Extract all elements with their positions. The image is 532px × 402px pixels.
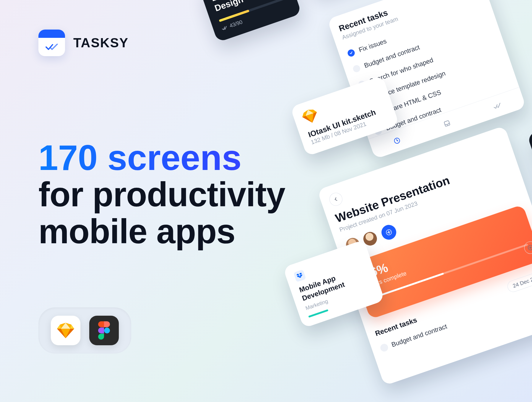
plus-circle-icon: [385, 228, 392, 236]
add-member-button[interactable]: [379, 223, 398, 242]
double-check-icon[interactable]: [493, 103, 502, 110]
dropbox-icon: [293, 269, 306, 282]
svg-point-0: [104, 328, 110, 333]
brand-logo-icon: [38, 30, 65, 56]
sketch-file-icon: [301, 107, 320, 127]
plus-circle-icon: [527, 244, 532, 251]
back-button[interactable]: [328, 191, 344, 208]
home-icon[interactable]: [392, 136, 402, 145]
envanto-progress-text: 43/90: [229, 19, 243, 29]
mockup-collage: Envanto App Design 43/90 Facebook Campai…: [101, 0, 532, 402]
double-check-icon: [46, 44, 58, 50]
promo-frame: TASKSY 170 screens for productivity mobi…: [0, 0, 532, 402]
unchecked-circle-icon: [352, 64, 361, 73]
chevron-left-icon: [333, 197, 339, 202]
figma-icon: [89, 316, 119, 345]
check-circle-icon: [347, 48, 356, 58]
double-check-icon: [221, 25, 228, 30]
sketch-icon: [51, 316, 80, 345]
accent-underline: [308, 309, 328, 317]
date-pill[interactable]: 24 Dec 2023: [506, 269, 532, 294]
card-envanto[interactable]: Envanto App Design 43/90: [199, 0, 301, 42]
unchecked-circle-icon: [379, 343, 389, 353]
inbox-icon[interactable]: [442, 119, 452, 128]
design-tools-pill: [38, 307, 131, 354]
recent-item-label: Fix issues: [358, 37, 388, 54]
